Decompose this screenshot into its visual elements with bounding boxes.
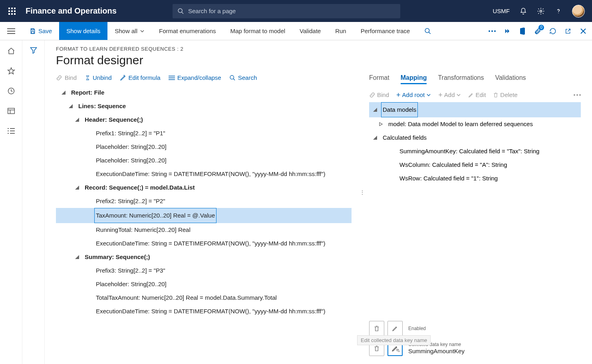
mapping-more-icon[interactable] (574, 94, 581, 96)
expand-collapse-button[interactable]: Expand/collapse (169, 74, 221, 81)
office-icon[interactable] (518, 27, 526, 35)
format-tree-node[interactable]: TotalTaxAmount: Numeric[20..20] Real = m… (56, 291, 352, 305)
format-tree-node[interactable]: TaxAmount: Numeric[20..20] Real = @.Valu… (56, 208, 352, 223)
more-icon[interactable] (488, 27, 496, 35)
mapping-bind-button[interactable]: Bind (369, 91, 389, 98)
attachments-icon[interactable]: 0 (534, 27, 542, 35)
tree-search-button[interactable]: Search (229, 74, 257, 81)
favorites-icon[interactable] (7, 67, 16, 75)
edit-formula-button[interactable]: Edit formula (120, 74, 161, 81)
recent-icon[interactable] (7, 87, 16, 95)
settings-icon[interactable] (537, 7, 545, 15)
global-search[interactable] (173, 4, 400, 18)
tree-expand-icon[interactable] (373, 136, 379, 140)
svg-rect-0 (8, 8, 10, 9)
hamburger-icon[interactable] (7, 27, 15, 35)
map-format-to-model-button[interactable]: Map format to model (223, 22, 293, 40)
workspaces-icon[interactable] (7, 107, 16, 115)
format-tree-node[interactable]: Lines: Sequence (56, 99, 352, 113)
mapping-tree-node[interactable]: WsColumn: Calculated field = "A": String (369, 158, 581, 172)
format-tree-node[interactable]: ExecutionDateTime: String = DATETIMEFORM… (56, 305, 352, 318)
format-tree-node[interactable]: Summary: Sequence(;) (56, 250, 352, 264)
svg-point-41 (230, 75, 234, 79)
mapping-tree-node[interactable]: WsRow: Calculated field = "1": String (369, 172, 581, 185)
svg-rect-6 (8, 13, 10, 15)
format-tree-toolbar: Bind Unbind Edit formula Expand/collapse (56, 72, 352, 86)
notifications-icon[interactable] (519, 7, 527, 15)
command-search-icon[interactable] (417, 22, 439, 40)
tree-expand-icon[interactable] (373, 108, 379, 112)
format-tree-node[interactable]: Header: Sequence(;) (56, 113, 352, 127)
add-root-button[interactable]: + Add root (396, 91, 431, 98)
format-tree-node[interactable]: Report: File (56, 86, 352, 99)
flow-icon[interactable] (503, 27, 511, 35)
svg-marker-51 (373, 108, 377, 112)
mapping-tree[interactable]: Data modelsmodel: Data model Model to le… (369, 102, 581, 185)
show-details-button[interactable]: Show details (59, 22, 107, 40)
validate-button[interactable]: Validate (292, 22, 328, 40)
format-enumerations-button[interactable]: Format enumerations (152, 22, 223, 40)
help-icon[interactable] (554, 7, 562, 15)
add-button[interactable]: + Add (438, 91, 461, 98)
format-tree-node[interactable]: RunningTotal: Numeric[20..20] Real (56, 223, 352, 237)
format-tree-node[interactable]: Placeholder: String[20..20] (56, 154, 352, 167)
mapping-tree-node[interactable]: Calculated fields (369, 131, 581, 144)
tree-node-label: RunningTotal: Numeric[20..20] Real (94, 223, 192, 237)
tree-expand-icon[interactable] (75, 186, 81, 190)
tree-node-label: ExecutionDateTime: String = DATETIMEFORM… (94, 167, 327, 181)
company-code[interactable]: USMF (493, 8, 510, 14)
format-tree-node[interactable]: Placeholder: String[20..20] (56, 140, 352, 154)
performance-trace-button[interactable]: Performance trace (354, 22, 417, 40)
svg-marker-52 (379, 123, 382, 126)
edit-button[interactable]: Edit (468, 91, 486, 98)
format-tree-node[interactable]: Prefix2: String[2..2] = "P2" (56, 194, 352, 208)
tree-node-label: ExecutionDateTime: String = DATETIMEFORM… (94, 305, 327, 318)
popout-icon[interactable] (564, 27, 572, 35)
unbind-button[interactable]: Unbind (85, 74, 112, 81)
tree-expand-icon[interactable] (379, 122, 384, 126)
tree-expand-icon[interactable] (69, 104, 74, 108)
svg-point-9 (178, 8, 182, 12)
app-launcher-icon[interactable] (5, 4, 19, 18)
tab-format[interactable]: Format (369, 74, 389, 84)
tree-node-label: Calculated fields (381, 131, 428, 144)
tree-expand-icon[interactable] (62, 91, 67, 95)
refresh-icon[interactable] (549, 27, 557, 35)
edit-key-tooltip: Edit collected data key name (357, 335, 431, 345)
tab-mapping[interactable]: Mapping (401, 74, 427, 84)
save-button[interactable]: Save (22, 22, 59, 40)
format-tree-node[interactable]: Record: Sequence(;) = model.Data.List (56, 181, 352, 194)
format-tree-node[interactable]: ExecutionDateTime: String = DATETIMEFORM… (56, 237, 352, 250)
format-tree-node[interactable]: Prefix1: String[2..2] = "P1" (56, 127, 352, 140)
tree-node-label: Prefix3: String[2..2] = "P3" (94, 264, 167, 277)
mapping-tree-node[interactable]: model: Data model Model to learn deferre… (369, 117, 581, 131)
bind-button[interactable]: Bind (56, 74, 77, 81)
mapping-tree-node[interactable]: Data models (369, 102, 581, 117)
tree-node-label: Placeholder: String[20..20] (94, 277, 168, 291)
splitter-handle[interactable]: ⋮ (360, 192, 365, 193)
format-tree-node[interactable]: Placeholder: String[20..20] (56, 277, 352, 291)
format-tree-node[interactable]: ExecutionDateTime: String = DATETIMEFORM… (56, 167, 352, 181)
show-all-button[interactable]: Show all (107, 22, 152, 40)
modules-icon[interactable] (7, 127, 16, 135)
global-search-input[interactable] (188, 8, 395, 14)
close-icon[interactable] (579, 27, 587, 35)
mapping-tree-node[interactable]: SummingAmountKey: Calculated field = "Ta… (369, 144, 581, 158)
user-avatar[interactable] (572, 5, 585, 18)
filter-icon[interactable] (29, 46, 38, 55)
run-button[interactable]: Run (328, 22, 354, 40)
tree-expand-icon[interactable] (75, 118, 81, 122)
delete-button[interactable]: Delete (493, 91, 517, 98)
page-title: Format designer (56, 53, 581, 67)
tree-node-label: WsColumn: Calculated field = "A": String (398, 158, 509, 172)
svg-rect-5 (14, 10, 16, 12)
tab-transformations[interactable]: Transformations (438, 74, 484, 84)
svg-marker-47 (75, 255, 79, 259)
format-tree[interactable]: Report: FileLines: SequenceHeader: Seque… (56, 86, 352, 364)
edit-enabled-icon[interactable] (387, 321, 403, 336)
tree-expand-icon[interactable] (75, 255, 81, 259)
format-tree-node[interactable]: Prefix3: String[2..2] = "P3" (56, 264, 352, 277)
home-icon[interactable] (7, 47, 16, 55)
delete-enabled-icon[interactable] (369, 321, 384, 336)
tab-validations[interactable]: Validations (495, 74, 526, 84)
